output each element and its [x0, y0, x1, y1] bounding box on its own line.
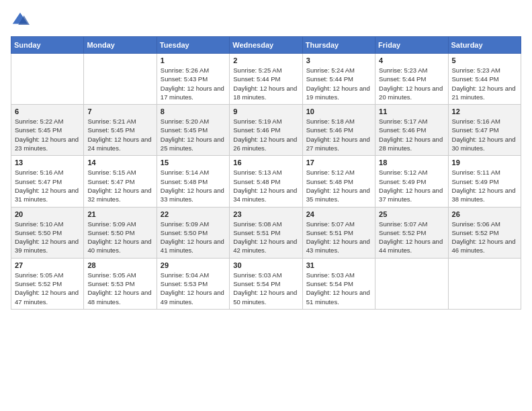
day-number: 3	[306, 56, 371, 64]
day-detail: Sunrise: 5:23 AMSunset: 5:44 PMDaylight:…	[452, 66, 517, 101]
calendar-week-row: 1Sunrise: 5:26 AMSunset: 5:43 PMDaylight…	[11, 54, 521, 105]
day-number: 24	[306, 210, 371, 218]
calendar-cell: 9Sunrise: 5:19 AMSunset: 5:46 PMDaylight…	[230, 105, 302, 156]
calendar-cell: 14Sunrise: 5:15 AMSunset: 5:47 PMDayligh…	[84, 156, 157, 207]
calendar-cell: 23Sunrise: 5:08 AMSunset: 5:51 PMDayligh…	[230, 207, 302, 258]
day-detail: Sunrise: 5:05 AMSunset: 5:52 PMDaylight:…	[15, 271, 80, 306]
day-number: 14	[87, 158, 152, 167]
day-number: 19	[452, 158, 517, 167]
day-detail: Sunrise: 5:19 AMSunset: 5:46 PMDaylight:…	[233, 117, 298, 152]
calendar-week-row: 20Sunrise: 5:10 AMSunset: 5:50 PMDayligh…	[11, 207, 521, 258]
calendar-cell: 13Sunrise: 5:16 AMSunset: 5:47 PMDayligh…	[11, 156, 84, 207]
day-number: 9	[233, 107, 298, 116]
header	[11, 11, 521, 30]
day-detail: Sunrise: 5:03 AMSunset: 5:54 PMDaylight:…	[306, 271, 371, 306]
calendar-cell: 11Sunrise: 5:17 AMSunset: 5:46 PMDayligh…	[375, 105, 448, 156]
day-number: 28	[87, 261, 152, 269]
day-number: 13	[15, 158, 80, 167]
calendar-cell	[11, 54, 84, 105]
day-number: 10	[306, 107, 371, 116]
calendar-cell: 17Sunrise: 5:12 AMSunset: 5:48 PMDayligh…	[302, 156, 375, 207]
day-number: 1	[161, 56, 226, 64]
day-number: 6	[15, 107, 80, 116]
calendar-cell: 12Sunrise: 5:16 AMSunset: 5:47 PMDayligh…	[448, 105, 521, 156]
calendar-cell	[84, 54, 157, 105]
day-detail: Sunrise: 5:16 AMSunset: 5:47 PMDaylight:…	[452, 117, 517, 152]
day-detail: Sunrise: 5:23 AMSunset: 5:44 PMDaylight:…	[379, 66, 444, 101]
day-number: 21	[87, 210, 152, 218]
day-number: 20	[15, 210, 80, 218]
day-detail: Sunrise: 5:21 AMSunset: 5:45 PMDaylight:…	[87, 117, 152, 152]
logo-icon	[11, 11, 30, 30]
day-detail: Sunrise: 5:05 AMSunset: 5:53 PMDaylight:…	[87, 271, 152, 306]
calendar-cell: 7Sunrise: 5:21 AMSunset: 5:45 PMDaylight…	[84, 105, 157, 156]
weekday-header: Saturday	[448, 37, 521, 54]
calendar-cell: 10Sunrise: 5:18 AMSunset: 5:46 PMDayligh…	[302, 105, 375, 156]
calendar-cell: 16Sunrise: 5:13 AMSunset: 5:48 PMDayligh…	[230, 156, 302, 207]
calendar-cell: 31Sunrise: 5:03 AMSunset: 5:54 PMDayligh…	[302, 258, 375, 309]
calendar-cell: 29Sunrise: 5:04 AMSunset: 5:53 PMDayligh…	[157, 258, 229, 309]
calendar-body: 1Sunrise: 5:26 AMSunset: 5:43 PMDaylight…	[11, 54, 521, 310]
day-number: 4	[379, 56, 444, 64]
calendar-cell: 4Sunrise: 5:23 AMSunset: 5:44 PMDaylight…	[375, 54, 448, 105]
calendar-cell: 18Sunrise: 5:12 AMSunset: 5:49 PMDayligh…	[375, 156, 448, 207]
calendar-cell	[448, 258, 521, 309]
day-detail: Sunrise: 5:16 AMSunset: 5:47 PMDaylight:…	[15, 168, 80, 203]
day-number: 26	[452, 210, 517, 218]
day-detail: Sunrise: 5:18 AMSunset: 5:46 PMDaylight:…	[306, 117, 371, 152]
day-number: 22	[161, 210, 226, 218]
day-detail: Sunrise: 5:26 AMSunset: 5:43 PMDaylight:…	[161, 66, 226, 101]
day-number: 27	[15, 261, 80, 269]
calendar-cell: 20Sunrise: 5:10 AMSunset: 5:50 PMDayligh…	[11, 207, 84, 258]
calendar-cell: 19Sunrise: 5:11 AMSunset: 5:49 PMDayligh…	[448, 156, 521, 207]
calendar-cell: 26Sunrise: 5:06 AMSunset: 5:52 PMDayligh…	[448, 207, 521, 258]
weekday-row: SundayMondayTuesdayWednesdayThursdayFrid…	[11, 37, 521, 54]
day-number: 11	[379, 107, 444, 116]
day-number: 18	[379, 158, 444, 167]
day-detail: Sunrise: 5:20 AMSunset: 5:45 PMDaylight:…	[161, 117, 226, 152]
day-detail: Sunrise: 5:10 AMSunset: 5:50 PMDaylight:…	[15, 220, 80, 255]
day-number: 15	[161, 158, 226, 167]
calendar-cell	[375, 258, 448, 309]
calendar-cell: 24Sunrise: 5:07 AMSunset: 5:51 PMDayligh…	[302, 207, 375, 258]
day-detail: Sunrise: 5:15 AMSunset: 5:47 PMDaylight:…	[87, 168, 152, 203]
day-detail: Sunrise: 5:12 AMSunset: 5:49 PMDaylight:…	[379, 168, 444, 203]
day-detail: Sunrise: 5:14 AMSunset: 5:48 PMDaylight:…	[161, 168, 226, 203]
calendar-cell: 2Sunrise: 5:25 AMSunset: 5:44 PMDaylight…	[230, 54, 302, 105]
calendar-cell: 28Sunrise: 5:05 AMSunset: 5:53 PMDayligh…	[84, 258, 157, 309]
calendar-cell: 3Sunrise: 5:24 AMSunset: 5:44 PMDaylight…	[302, 54, 375, 105]
day-detail: Sunrise: 5:08 AMSunset: 5:51 PMDaylight:…	[233, 220, 298, 255]
weekday-header: Monday	[84, 37, 157, 54]
day-number: 2	[233, 56, 298, 64]
calendar-cell: 27Sunrise: 5:05 AMSunset: 5:52 PMDayligh…	[11, 258, 84, 309]
day-detail: Sunrise: 5:04 AMSunset: 5:53 PMDaylight:…	[161, 271, 226, 306]
day-number: 30	[233, 261, 298, 269]
day-detail: Sunrise: 5:12 AMSunset: 5:48 PMDaylight:…	[306, 168, 371, 203]
calendar-cell: 15Sunrise: 5:14 AMSunset: 5:48 PMDayligh…	[157, 156, 229, 207]
day-number: 29	[161, 261, 226, 269]
calendar-week-row: 6Sunrise: 5:22 AMSunset: 5:45 PMDaylight…	[11, 105, 521, 156]
calendar-cell: 1Sunrise: 5:26 AMSunset: 5:43 PMDaylight…	[157, 54, 229, 105]
day-detail: Sunrise: 5:09 AMSunset: 5:50 PMDaylight:…	[87, 220, 152, 255]
day-number: 23	[233, 210, 298, 218]
weekday-header: Wednesday	[230, 37, 302, 54]
day-number: 16	[233, 158, 298, 167]
calendar-week-row: 27Sunrise: 5:05 AMSunset: 5:52 PMDayligh…	[11, 258, 521, 309]
day-detail: Sunrise: 5:07 AMSunset: 5:51 PMDaylight:…	[306, 220, 371, 255]
day-detail: Sunrise: 5:25 AMSunset: 5:44 PMDaylight:…	[233, 66, 298, 101]
calendar-week-row: 13Sunrise: 5:16 AMSunset: 5:47 PMDayligh…	[11, 156, 521, 207]
calendar-cell: 30Sunrise: 5:03 AMSunset: 5:54 PMDayligh…	[230, 258, 302, 309]
day-number: 7	[87, 107, 152, 116]
day-detail: Sunrise: 5:13 AMSunset: 5:48 PMDaylight:…	[233, 168, 298, 203]
weekday-header: Thursday	[302, 37, 375, 54]
calendar-cell: 22Sunrise: 5:09 AMSunset: 5:50 PMDayligh…	[157, 207, 229, 258]
day-detail: Sunrise: 5:07 AMSunset: 5:52 PMDaylight:…	[379, 220, 444, 255]
day-number: 5	[452, 56, 517, 64]
day-detail: Sunrise: 5:22 AMSunset: 5:45 PMDaylight:…	[15, 117, 80, 152]
day-number: 31	[306, 261, 371, 269]
weekday-header: Sunday	[11, 37, 84, 54]
calendar: SundayMondayTuesdayWednesdayThursdayFrid…	[11, 36, 521, 310]
calendar-cell: 8Sunrise: 5:20 AMSunset: 5:45 PMDaylight…	[157, 105, 229, 156]
day-detail: Sunrise: 5:06 AMSunset: 5:52 PMDaylight:…	[452, 220, 517, 255]
day-number: 17	[306, 158, 371, 167]
